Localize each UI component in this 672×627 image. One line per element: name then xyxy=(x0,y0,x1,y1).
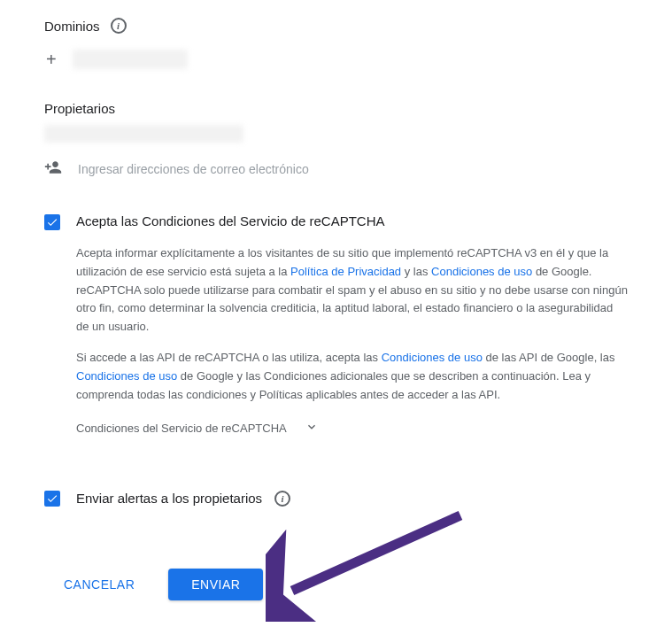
info-icon[interactable]: i xyxy=(111,18,127,34)
expand-terms-row[interactable]: Condiciones del Servicio de reCAPTCHA xyxy=(76,420,628,437)
domains-header: Dominios i xyxy=(44,18,628,34)
expand-terms-label: Condiciones del Servicio de reCAPTCHA xyxy=(76,422,287,435)
domain-add-row: + xyxy=(44,50,628,69)
accept-terms-label: Acepta las Condiciones del Servicio de r… xyxy=(76,213,385,228)
chevron-down-icon xyxy=(305,420,319,437)
annotation-arrow-icon xyxy=(266,507,478,622)
google-terms-link[interactable]: Condiciones de uso xyxy=(76,369,177,383)
domain-redacted xyxy=(73,50,188,69)
cancel-button[interactable]: CANCELAR xyxy=(51,569,147,600)
owner-redacted xyxy=(44,125,243,143)
owners-title: Propietarios xyxy=(44,101,115,116)
domains-title: Dominios xyxy=(44,19,100,34)
privacy-policy-link[interactable]: Política de Privacidad xyxy=(290,265,401,278)
terms-text: Acepta informar explícitamente a los vis… xyxy=(76,244,628,404)
terms-of-use-link[interactable]: Condiciones de uso xyxy=(431,265,532,278)
owners-header: Propietarios xyxy=(44,101,628,116)
info-icon[interactable]: i xyxy=(274,491,290,507)
accept-terms-checkbox[interactable] xyxy=(44,214,60,230)
plus-icon[interactable]: + xyxy=(46,50,57,68)
person-add-icon[interactable] xyxy=(44,159,62,180)
submit-button[interactable]: ENVIAR xyxy=(168,569,263,600)
send-alerts-checkbox[interactable] xyxy=(44,491,60,507)
owner-email-input[interactable] xyxy=(78,162,388,176)
api-terms-link[interactable]: Condiciones de uso xyxy=(382,351,483,364)
send-alerts-label: Enviar alertas a los propietarios xyxy=(76,491,262,506)
